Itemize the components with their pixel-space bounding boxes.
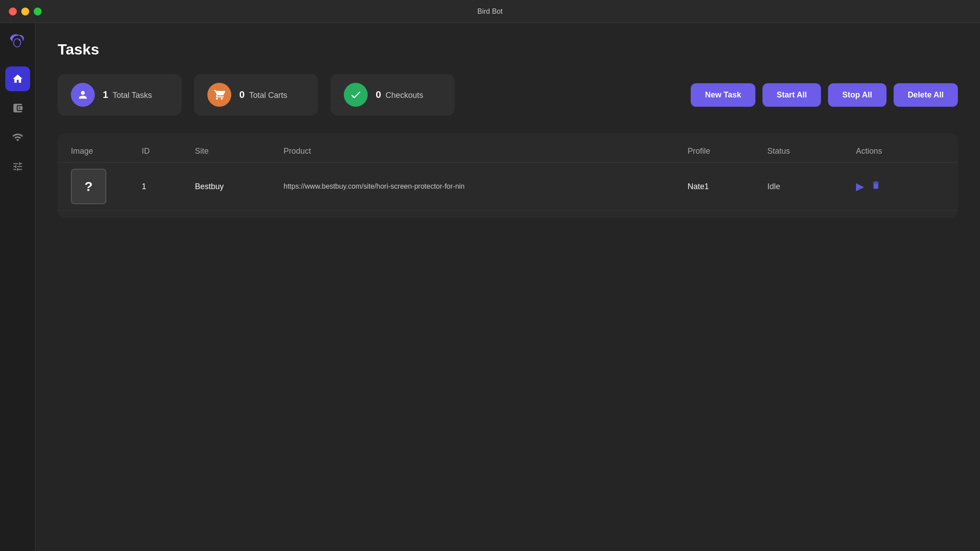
col-header-status: Status: [767, 147, 856, 156]
checkouts-label: Checkouts: [385, 91, 423, 100]
page-title: Tasks: [58, 41, 958, 58]
app-title: Bird Bot: [478, 8, 503, 16]
total-carts-card: 0 Total Carts: [194, 74, 318, 116]
table-header: Image ID Site Product Profile Status Act…: [58, 140, 958, 163]
action-buttons: New Task Start All Stop All Delete All: [691, 83, 958, 107]
checkouts-info: 0 Checkouts: [376, 89, 423, 101]
delete-button[interactable]: [871, 180, 881, 193]
carts-info: 0 Total Carts: [239, 89, 287, 101]
new-task-button[interactable]: New Task: [691, 83, 755, 107]
tasks-icon: [71, 83, 95, 107]
task-product: https://www.bestbuy.com/site/hori-screen…: [284, 182, 541, 190]
sidebar-item-wallet[interactable]: [5, 96, 30, 120]
play-button[interactable]: ▶: [856, 180, 864, 193]
checkouts-card: 0 Checkouts: [331, 74, 455, 116]
logo: [8, 32, 27, 53]
task-image-placeholder: ?: [71, 169, 106, 204]
carts-count: 0: [239, 89, 245, 101]
start-all-button[interactable]: Start All: [762, 83, 821, 107]
task-status: Idle: [767, 182, 856, 191]
app-container: Tasks 1 Total Tasks: [0, 23, 980, 551]
sidebar-item-proxy[interactable]: [5, 125, 30, 150]
title-bar: Bird Bot: [0, 0, 980, 23]
checkouts-icon: [344, 83, 368, 107]
task-id: 1: [142, 182, 195, 191]
sidebar-item-settings[interactable]: [5, 154, 30, 179]
maximize-button[interactable]: [34, 8, 42, 16]
task-profile: Nate1: [688, 182, 767, 191]
task-actions: ▶: [856, 180, 945, 193]
table-row: ? 1 Bestbuy https://www.bestbuy.com/site…: [58, 163, 958, 211]
sidebar-item-home[interactable]: [5, 66, 30, 91]
minimize-button[interactable]: [21, 8, 29, 16]
traffic-lights: [9, 8, 42, 16]
tasks-table: Image ID Site Product Profile Status Act…: [58, 133, 958, 218]
carts-label: Total Carts: [249, 91, 287, 100]
tasks-count: 1: [103, 89, 108, 101]
tasks-label: Total Tasks: [113, 91, 152, 100]
sidebar: [0, 23, 35, 551]
tasks-info: 1 Total Tasks: [103, 89, 152, 101]
delete-all-button[interactable]: Delete All: [894, 83, 958, 107]
stats-row: 1 Total Tasks 0 Total Carts: [58, 74, 958, 116]
task-site: Bestbuy: [195, 182, 284, 191]
col-header-image: Image: [71, 147, 142, 156]
total-tasks-card: 1 Total Tasks: [58, 74, 182, 116]
col-header-profile: Profile: [688, 147, 767, 156]
col-header-id: ID: [142, 147, 195, 156]
col-header-actions: Actions: [856, 147, 945, 156]
svg-point-0: [19, 39, 20, 41]
checkouts-count: 0: [376, 89, 381, 101]
col-header-product: Product: [284, 147, 688, 156]
carts-icon: [207, 83, 231, 107]
col-header-site: Site: [195, 147, 284, 156]
stop-all-button[interactable]: Stop All: [828, 83, 886, 107]
close-button[interactable]: [9, 8, 17, 16]
main-content: Tasks 1 Total Tasks: [35, 23, 980, 551]
